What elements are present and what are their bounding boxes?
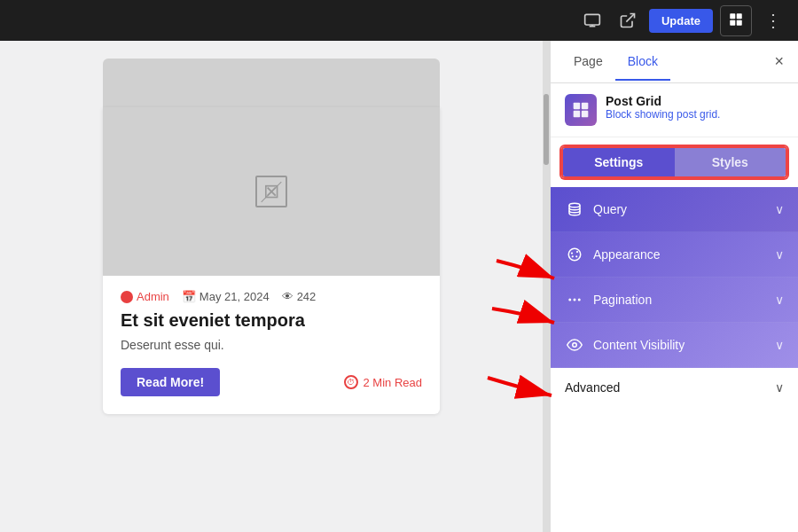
scrollbar-track[interactable]	[543, 41, 550, 532]
post-footer: Read More! ⏱ 2 Min Read	[121, 368, 422, 396]
appearance-icon	[565, 245, 584, 264]
styles-tab-button[interactable]: Styles	[675, 148, 786, 176]
svg-point-16	[575, 255, 577, 257]
tab-block[interactable]: Block	[615, 43, 670, 81]
svg-rect-4	[730, 13, 735, 19]
svg-rect-0	[585, 14, 600, 25]
post-card-top-bar	[103, 59, 440, 107]
external-link-button[interactable]	[614, 6, 642, 35]
svg-rect-6	[730, 20, 735, 25]
post-grid-title: Post Grid	[606, 94, 720, 108]
appearance-section[interactable]: Appearance ∨	[551, 232, 798, 278]
query-section[interactable]: Query ∨	[551, 187, 798, 232]
svg-point-14	[571, 252, 573, 254]
content-wrapper: ⊠ Admin 📅 May 21, 2024 👁 242	[0, 41, 798, 532]
post-title: Et sit eveniet tempora	[121, 310, 422, 331]
database-icon	[565, 200, 584, 219]
query-label: Query	[593, 202, 775, 216]
svg-point-12	[569, 203, 580, 207]
pagination-icon	[565, 290, 584, 309]
svg-line-3	[626, 14, 634, 22]
appearance-label: Appearance	[593, 247, 775, 262]
read-more-button[interactable]: Read More!	[121, 368, 220, 396]
svg-rect-10	[574, 111, 581, 117]
content-visibility-chevron-icon: ∨	[775, 338, 784, 352]
post-card: ⊠ Admin 📅 May 21, 2024 👁 242	[103, 107, 440, 414]
post-author: Admin	[121, 290, 169, 303]
post-views: 👁 242	[282, 290, 317, 303]
svg-rect-7	[737, 20, 742, 25]
post-meta: Admin 📅 May 21, 2024 👁 242	[121, 290, 422, 303]
broken-image-icon: ⊠	[255, 176, 287, 207]
advanced-section[interactable]: Advanced ∨	[551, 368, 798, 408]
calendar-icon: 📅	[182, 290, 196, 303]
svg-rect-5	[737, 13, 742, 19]
post-grid-text: Post Grid Block showing post grid.	[606, 94, 720, 121]
settings-tab-button[interactable]: Settings	[563, 148, 675, 176]
svg-point-15	[576, 251, 578, 253]
scrollbar-thumb[interactable]	[544, 94, 549, 165]
panel-tabs: Page Block ×	[551, 41, 798, 83]
svg-point-20	[578, 299, 581, 301]
post-image-placeholder: ⊠	[103, 107, 440, 276]
author-dot-icon	[121, 291, 133, 303]
content-visibility-section[interactable]: Content Visibility ∨	[551, 323, 798, 368]
panel-close-button[interactable]: ×	[771, 49, 787, 74]
svg-point-18	[568, 299, 571, 301]
post-content-area: Admin 📅 May 21, 2024 👁 242 Et sit evenie…	[103, 276, 440, 414]
panel-tabs-left: Page Block	[561, 43, 670, 81]
pagination-label: Pagination	[593, 293, 775, 307]
post-date: 📅 May 21, 2024	[182, 290, 270, 303]
appearance-chevron-icon: ∨	[775, 247, 784, 262]
min-read-badge: ⏱ 2 Min Read	[344, 375, 422, 389]
post-grid-block-icon	[565, 94, 597, 126]
pagination-section[interactable]: Pagination ∨	[551, 278, 798, 323]
post-grid-info: Post Grid Block showing post grid.	[551, 83, 798, 137]
svg-point-17	[572, 255, 574, 257]
tab-page[interactable]: Page	[561, 43, 615, 81]
content-visibility-icon	[565, 335, 584, 355]
panel-sections: Query ∨ Appearance ∨	[551, 187, 798, 532]
settings-toggle-button[interactable]	[720, 5, 752, 36]
more-options-button[interactable]: ⋮	[759, 6, 787, 35]
post-grid-subtitle: Block showing post grid.	[606, 108, 720, 121]
svg-rect-8	[574, 103, 581, 110]
advanced-chevron-icon: ∨	[775, 380, 784, 395]
eye-icon: 👁	[282, 290, 293, 303]
content-visibility-label: Content Visibility	[593, 338, 775, 352]
pagination-chevron-icon: ∨	[775, 293, 784, 307]
post-excerpt: Deserunt esse qui.	[121, 338, 422, 352]
clock-icon: ⏱	[344, 375, 358, 389]
update-button[interactable]: Update	[649, 9, 713, 33]
svg-point-13	[568, 248, 581, 261]
advanced-label: Advanced	[565, 380, 775, 395]
right-panel: Page Block × Post Grid Block showing pos…	[550, 41, 798, 532]
query-chevron-icon: ∨	[775, 202, 784, 216]
svg-rect-9	[582, 103, 589, 110]
svg-point-21	[573, 343, 577, 348]
editor-area: ⊠ Admin 📅 May 21, 2024 👁 242	[0, 41, 543, 532]
svg-rect-11	[582, 111, 589, 117]
toolbar: Update ⋮	[0, 0, 798, 41]
desktop-preview-button[interactable]	[578, 6, 606, 35]
settings-styles-toggle: Settings Styles	[561, 146, 787, 178]
svg-point-19	[574, 299, 576, 301]
